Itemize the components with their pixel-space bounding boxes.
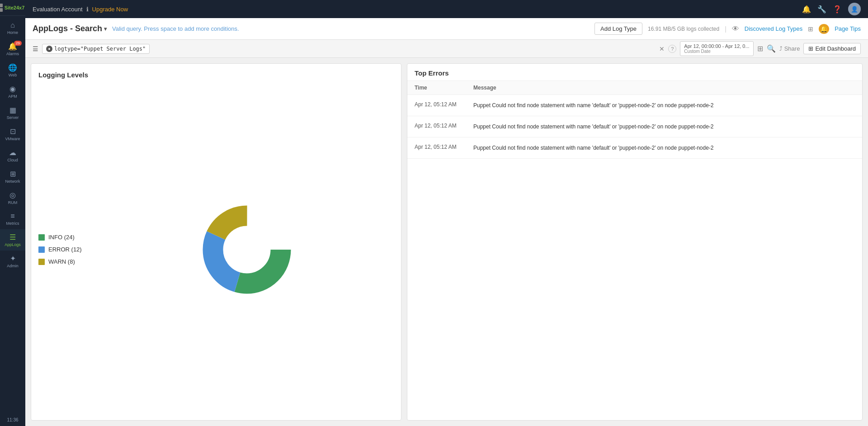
- chart-area: INFO (24) ERROR (12) WARN (8): [38, 86, 394, 413]
- legend-label-warn: WARN (8): [48, 258, 75, 265]
- content-area: Logging Levels INFO (24) ERROR (12) WARN…: [25, 58, 868, 426]
- table-row: Apr 12, 05:12 AM Puppet Could not find n…: [407, 137, 862, 159]
- bell-icon[interactable]: 🔔: [802, 5, 811, 14]
- sidebar-item-alarms[interactable]: 🔔 Alarms 29: [0, 38, 25, 60]
- sidebar-label-network: Network: [5, 179, 20, 184]
- legend: INFO (24) ERROR (12) WARN (8): [38, 234, 82, 265]
- errors-panel-title: Top Errors: [407, 64, 862, 81]
- apm-icon: ◉: [9, 85, 16, 93]
- sidebar-label-rum: RUM: [8, 200, 18, 205]
- add-log-type-button[interactable]: Add Log Type: [594, 23, 642, 35]
- error-time-0: Apr 12, 05:12 AM: [415, 101, 473, 108]
- sidebar-label-home: Home: [7, 30, 18, 35]
- admin-icon: ✦: [10, 254, 16, 263]
- notification-icon-orange[interactable]: 🔔: [819, 24, 829, 34]
- sidebar-item-metrics[interactable]: ≡ Metrics: [0, 208, 25, 229]
- sidebar-logo[interactable]: Site24x7 ⤢: [0, 0, 25, 16]
- gallery-icon[interactable]: ⊞: [808, 25, 813, 33]
- donut-svg: [197, 200, 297, 299]
- storage-info: 16.91 MB/5 GB logs collected: [648, 26, 719, 32]
- query-chip[interactable]: ● logtype="Puppet Server Logs": [42, 44, 150, 54]
- query-text: logtype="Puppet Server Logs": [54, 46, 146, 52]
- errors-list: Apr 12, 05:12 AM Puppet Could not find n…: [407, 95, 862, 420]
- sidebar-label-web: Web: [9, 73, 17, 77]
- top-header: Evaluation Account ℹ Upgrade Now 🔔 🔧 ❓ 👤: [25, 0, 868, 18]
- upgrade-link[interactable]: Upgrade Now: [92, 6, 128, 13]
- title-dropdown-arrow[interactable]: ▾: [104, 26, 107, 32]
- sidebar-item-rum[interactable]: ◎ RUM: [0, 187, 25, 208]
- date-label: Custom Date: [684, 49, 710, 54]
- query-chip-icon: ●: [46, 46, 52, 52]
- clear-button[interactable]: ✕: [659, 45, 665, 52]
- sidebar-label-apm: APM: [8, 94, 17, 99]
- query-bar-right: ✕ ? Apr 12, 00:00:00 - Apr 12, 0... Cust…: [659, 41, 861, 56]
- list-icon[interactable]: ☰: [33, 45, 38, 52]
- sidebar-label-server: Server: [7, 115, 19, 120]
- grid-dots-icon: ⊞: [808, 45, 813, 52]
- applogs-icon: ☰: [9, 233, 16, 241]
- cloud-icon: ☁: [9, 148, 16, 157]
- rum-icon: ◎: [9, 191, 16, 199]
- user-avatar[interactable]: 👤: [848, 3, 861, 15]
- error-message-0: Puppet Could not find node statement wit…: [473, 101, 855, 109]
- calendar-icon[interactable]: ⊞: [757, 44, 763, 53]
- logo-grid-icon: [0, 4, 3, 12]
- table-row: Apr 12, 05:12 AM Puppet Could not find n…: [407, 95, 862, 116]
- sidebar-item-applogs[interactable]: ☰ AppLogs: [0, 229, 25, 251]
- donut-chart: [197, 200, 297, 299]
- legend-color-error: [38, 246, 45, 253]
- edit-dashboard-button[interactable]: ⊞ Edit Dashboard: [803, 43, 861, 54]
- sidebar-item-cloud[interactable]: ☁ Cloud: [0, 145, 25, 166]
- sidebar-item-vmware[interactable]: ⊡ VMware: [0, 123, 25, 145]
- web-icon: 🌐: [8, 63, 17, 72]
- sidebar-item-web[interactable]: 🌐 Web: [0, 60, 25, 81]
- sidebar-nav: ⌂ Home 🔔 Alarms 29 🌐 Web ◉ APM ▦ Server …: [0, 16, 25, 414]
- column-time: Time: [415, 85, 473, 91]
- discovered-log-types-link[interactable]: Discovered Log Types: [745, 25, 802, 32]
- sidebar-label-metrics: Metrics: [6, 221, 19, 226]
- search-icon[interactable]: 🔍: [767, 44, 776, 53]
- sidebar-item-admin[interactable]: ✦ Admin: [0, 251, 25, 272]
- top-header-icons: 🔔 🔧 ❓ 👤: [802, 3, 861, 15]
- sidebar-label-admin: Admin: [7, 264, 19, 268]
- top-header-left: Evaluation Account ℹ Upgrade Now: [33, 6, 128, 13]
- errors-panel: Top Errors Time Message Apr 12, 05:12 AM…: [407, 63, 863, 421]
- wrench-icon[interactable]: 🔧: [817, 5, 826, 14]
- share-label: Share: [784, 45, 800, 52]
- valid-query-text: Valid query. Press space to add more con…: [112, 25, 239, 32]
- sidebar-time: 11:36: [7, 414, 18, 426]
- sidebar-item-server[interactable]: ▦ Server: [0, 102, 25, 123]
- page-tips-link[interactable]: Page Tips: [835, 25, 861, 32]
- legend-color-info: [38, 234, 45, 241]
- network-icon: ⊞: [10, 170, 16, 178]
- sidebar-item-home[interactable]: ⌂ Home: [0, 18, 25, 38]
- sidebar-label-alarms: Alarms: [6, 52, 19, 56]
- legend-label-error: ERROR (12): [48, 246, 82, 253]
- table-row: Apr 12, 05:12 AM Puppet Could not find n…: [407, 116, 862, 137]
- share-icon: ⤴: [779, 45, 783, 52]
- sidebar-label-vmware: VMware: [5, 137, 20, 141]
- legend-item-error: ERROR (12): [38, 246, 82, 253]
- separator: |: [725, 25, 726, 33]
- logo-text: Site24x7: [5, 5, 25, 10]
- home-icon: ⌂: [10, 21, 15, 29]
- vmware-icon: ⊡: [10, 127, 16, 136]
- main-content: Evaluation Account ℹ Upgrade Now 🔔 🔧 ❓ 👤…: [25, 0, 868, 426]
- error-time-1: Apr 12, 05:12 AM: [415, 123, 473, 129]
- server-icon: ▦: [9, 106, 16, 114]
- legend-item-info: INFO (24): [38, 234, 82, 241]
- legend-label-info: INFO (24): [48, 234, 75, 241]
- help-question-button[interactable]: ?: [668, 45, 676, 53]
- share-button[interactable]: ⤴ Share: [779, 45, 800, 52]
- date-picker[interactable]: Apr 12, 00:00:00 - Apr 12, 0... Custom D…: [680, 41, 753, 56]
- error-message-2: Puppet Could not find node statement wit…: [473, 144, 855, 152]
- help-icon[interactable]: ❓: [833, 5, 842, 14]
- error-time-2: Apr 12, 05:12 AM: [415, 144, 473, 150]
- sidebar-item-apm[interactable]: ◉ APM: [0, 81, 25, 102]
- metrics-icon: ≡: [10, 212, 14, 220]
- sidebar-item-network[interactable]: ⊞ Network: [0, 166, 25, 187]
- eye-icon: 👁: [732, 25, 739, 33]
- errors-table-header: Time Message: [407, 81, 862, 95]
- edit-dashboard-label: Edit Dashboard: [815, 45, 856, 52]
- date-range-text: Apr 12, 00:00:00 - Apr 12, 0...: [684, 43, 749, 49]
